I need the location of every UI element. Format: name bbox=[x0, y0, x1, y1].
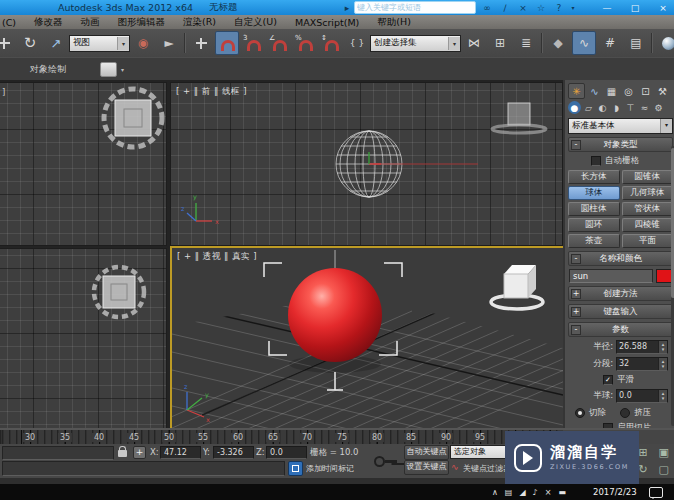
layer-manager-icon[interactable]: ≣ bbox=[514, 31, 538, 55]
tray-icon[interactable]: ▤ bbox=[505, 488, 513, 497]
use-pivot-center-icon[interactable]: ◉ bbox=[131, 31, 155, 55]
segments-field[interactable]: 32 ▴▾ bbox=[616, 357, 668, 371]
sphere-button[interactable]: 球体 bbox=[568, 186, 620, 200]
viewcube-perspective[interactable] bbox=[491, 265, 543, 309]
add-time-tag-label[interactable]: 添加时间标记 bbox=[306, 463, 354, 474]
spinner-snap-icon[interactable]: ↕ bbox=[319, 31, 343, 55]
torus-button[interactable]: 圆环 bbox=[568, 218, 620, 232]
maximize-button[interactable]: □ bbox=[628, 3, 642, 13]
tab-hierarchy-icon[interactable]: ▦ bbox=[604, 84, 619, 98]
helpers-icon[interactable]: ⊤ bbox=[624, 101, 637, 114]
rollout-name-color[interactable]: - 名称和颜色 bbox=[568, 251, 673, 266]
communication-center-icon[interactable]: × bbox=[516, 3, 530, 13]
tray-expand-icon[interactable]: ∧ bbox=[492, 488, 498, 497]
rollout-keyboard-entry[interactable]: + 键盘输入 bbox=[568, 304, 673, 319]
lights-icon[interactable]: ◐ bbox=[596, 101, 609, 114]
help-icon[interactable]: ? bbox=[552, 3, 566, 13]
menu-item-animation[interactable]: 动画 bbox=[72, 16, 109, 29]
sphere-object[interactable] bbox=[288, 268, 382, 362]
segments-spinner[interactable]: ▴▾ bbox=[658, 358, 667, 370]
squash-radio[interactable] bbox=[620, 408, 630, 418]
viewport-front[interactable]: [ + ‖ 前 ‖ 线框 ] bbox=[170, 82, 563, 246]
search-icon[interactable]: ∞ bbox=[480, 3, 494, 13]
teapot-button[interactable]: 茶壶 bbox=[568, 234, 620, 248]
radius-spinner[interactable]: ▴▾ bbox=[658, 341, 667, 353]
reference-coordinate-dropdown[interactable]: 视图 ▾ bbox=[69, 35, 130, 52]
graphite-ribbon-icon[interactable]: ◆ bbox=[546, 31, 570, 55]
collapse-icon[interactable]: - bbox=[571, 254, 581, 264]
shapes-icon[interactable]: ▱ bbox=[582, 101, 595, 114]
close-button[interactable]: × bbox=[656, 3, 670, 13]
tray-icon[interactable]: ▬ bbox=[558, 488, 566, 497]
keyboard-override-icon[interactable] bbox=[189, 31, 213, 55]
z-coordinate-field[interactable]: 0.0 bbox=[266, 446, 307, 459]
viewcube-orthographic[interactable] bbox=[0, 83, 166, 245]
menu-item-customize[interactable]: 自定义(U) bbox=[225, 16, 286, 29]
tab-utilities-icon[interactable]: ⚒ bbox=[655, 84, 670, 98]
named-selection-sets-dropdown[interactable]: 创建选择集 ▾ bbox=[370, 35, 461, 52]
move-gizmo[interactable] bbox=[369, 152, 478, 164]
angle-snap-icon[interactable]: ∠ bbox=[267, 31, 291, 55]
y-coordinate-field[interactable]: -3.326 bbox=[213, 446, 254, 459]
cylinder-button[interactable]: 圆柱体 bbox=[568, 202, 620, 216]
tab-create-icon[interactable]: ✳ bbox=[568, 83, 585, 99]
search-flyout-icon[interactable]: ▸ bbox=[344, 3, 350, 13]
spacewarps-icon[interactable]: ≈ bbox=[638, 101, 651, 114]
rollout-creation-method[interactable]: + 创建方法 bbox=[568, 286, 673, 301]
hemisphere-field[interactable]: 0.0 ▴▾ bbox=[616, 389, 668, 403]
snap-toggle-icon[interactable] bbox=[215, 31, 239, 55]
object-name-field[interactable]: sun bbox=[569, 269, 653, 283]
viewport-top-left-partial[interactable]: ] bbox=[0, 82, 167, 246]
search-input[interactable] bbox=[354, 1, 476, 14]
select-and-move-icon[interactable] bbox=[0, 31, 16, 55]
ribbon-tab-object-paint[interactable]: 对象绘制 bbox=[30, 63, 66, 76]
chop-radio[interactable] bbox=[575, 408, 585, 418]
material-editor-icon[interactable] bbox=[656, 31, 674, 55]
tray-icon[interactable]: ◢ bbox=[519, 488, 525, 497]
autogrid-checkbox[interactable] bbox=[591, 156, 601, 166]
rollout-object-type[interactable]: - 对象类型 bbox=[568, 137, 673, 152]
systems-icon[interactable]: ⚙ bbox=[652, 101, 665, 114]
menu-item-graph-editors[interactable]: 图形编辑器 bbox=[109, 16, 175, 29]
geometry-icon[interactable]: ● bbox=[568, 101, 581, 114]
add-time-tag-icon[interactable] bbox=[288, 461, 303, 476]
tab-motion-icon[interactable]: ◎ bbox=[621, 84, 636, 98]
viewport-bottom-left-partial[interactable] bbox=[0, 248, 167, 430]
tab-display-icon[interactable]: ⊡ bbox=[638, 84, 653, 98]
viewport-front-label[interactable]: [ + ‖ 前 ‖ 线框 ] bbox=[176, 86, 247, 98]
percent-snap-icon[interactable]: % bbox=[293, 31, 317, 55]
viewport-perspective-label[interactable]: [ + ‖ 透视 ‖ 真实 ] bbox=[177, 251, 257, 263]
snap-3d-icon[interactable]: 3 bbox=[241, 31, 265, 55]
menu-item-maxscript[interactable]: MAXScript(M) bbox=[286, 17, 368, 28]
menu-item-rendering[interactable]: 渲染(R) bbox=[174, 16, 225, 29]
favorites-icon[interactable]: ☆ bbox=[534, 3, 548, 13]
select-and-rotate-icon[interactable]: ↻ bbox=[18, 31, 42, 55]
schematic-view-icon[interactable]: # bbox=[598, 31, 622, 55]
help-dropdown-icon[interactable]: ▾ bbox=[570, 4, 576, 11]
edit-named-selection-sets-icon[interactable]: { } bbox=[345, 31, 369, 55]
x-coordinate-field[interactable]: 47.12 bbox=[160, 446, 201, 459]
hemisphere-spinner[interactable]: ▴▾ bbox=[658, 390, 667, 402]
viewport-perspective-active[interactable]: [ + ‖ 透视 ‖ 真实 ] bbox=[170, 246, 565, 432]
box-button[interactable]: 长方体 bbox=[568, 170, 620, 184]
slate-material-editor-icon[interactable]: ▤ bbox=[624, 31, 648, 55]
ribbon-panel-icon[interactable] bbox=[100, 62, 117, 77]
radius-field[interactable]: 26.588 ▴▾ bbox=[616, 340, 668, 354]
menu-item-create[interactable]: (C) bbox=[0, 17, 25, 28]
tab-modify-icon[interactable]: ∿ bbox=[587, 84, 602, 98]
absolute-mode-icon[interactable]: + bbox=[133, 446, 146, 459]
set-key-button[interactable]: 设置关键点 bbox=[404, 460, 449, 475]
auto-key-button[interactable]: 自动关键点 bbox=[404, 445, 449, 460]
taskbar-date[interactable]: 2017/2/23 bbox=[593, 487, 637, 497]
set-keys-icon[interactable] bbox=[374, 453, 398, 467]
object-color-swatch[interactable] bbox=[656, 269, 672, 283]
mirror-icon[interactable]: ⋈ bbox=[462, 31, 486, 55]
plane-button[interactable]: 平面 bbox=[622, 234, 674, 248]
zoom-extents-icon[interactable]: ▣ bbox=[653, 444, 674, 461]
pyramid-button[interactable]: 四棱锥 bbox=[622, 218, 674, 232]
tube-button[interactable]: 管状体 bbox=[622, 202, 674, 216]
notification-center-icon[interactable] bbox=[649, 487, 663, 498]
collapse-icon[interactable]: - bbox=[571, 140, 581, 150]
smooth-checkbox[interactable]: ✓ bbox=[603, 375, 613, 385]
menu-item-help[interactable]: 帮助(H) bbox=[368, 16, 420, 29]
